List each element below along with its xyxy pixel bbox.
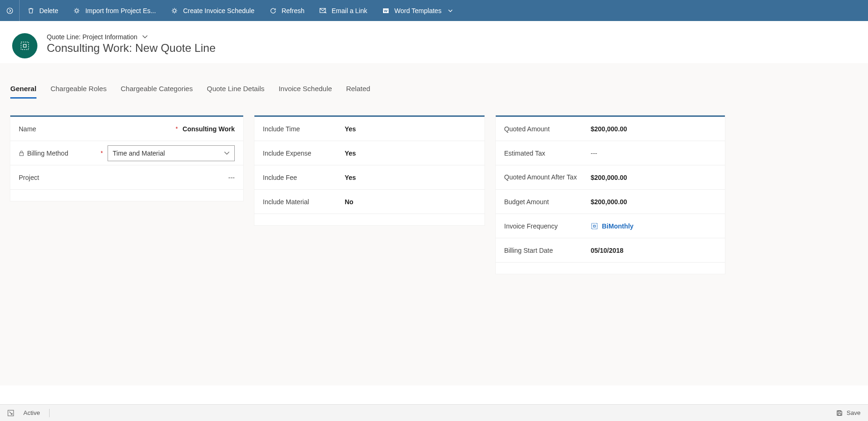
svg-rect-8 [20, 153, 23, 156]
estimated-tax-value[interactable]: --- [591, 150, 597, 157]
include-expense-value[interactable]: Yes [345, 150, 356, 157]
status-bar: Active Save [0, 404, 868, 421]
expand-icon[interactable] [7, 410, 14, 416]
import-button[interactable]: Import from Project Es... [65, 0, 163, 21]
email-link-button[interactable]: Email a Link [312, 0, 375, 21]
panel-amounts: Quoted Amount $200,000.00 Estimated Tax … [496, 115, 725, 274]
tab-quote-line-details[interactable]: Quote Line Details [207, 85, 264, 99]
save-icon [836, 410, 843, 416]
invoice-frequency-value[interactable]: BiMonthly [591, 222, 634, 230]
project-value[interactable]: --- [228, 174, 235, 181]
project-label: Project [19, 174, 101, 181]
divider [49, 409, 50, 417]
svg-rect-6 [21, 42, 29, 50]
global-flyout-button[interactable] [0, 0, 20, 21]
chevron-right-icon [7, 7, 13, 14]
svg-rect-12 [838, 411, 840, 412]
svg-point-2 [173, 9, 176, 12]
svg-point-0 [7, 8, 13, 14]
refresh-label: Refresh [282, 7, 304, 14]
email-link-label: Email a Link [332, 7, 367, 14]
word-templates-button[interactable]: W Word Templates [375, 0, 460, 21]
refresh-icon [269, 7, 277, 14]
include-material-label: Include Material [263, 198, 345, 206]
estimated-tax-label: Estimated Tax [504, 150, 591, 157]
entity-icon [12, 33, 37, 58]
quoted-amount-value[interactable]: $200,000.00 [591, 125, 627, 133]
include-fee-value[interactable]: Yes [345, 174, 356, 181]
delete-button[interactable]: Delete [20, 0, 65, 21]
svg-rect-13 [838, 414, 841, 415]
include-expense-label: Include Expense [263, 150, 345, 157]
gear-icon [171, 7, 178, 14]
import-label: Import from Project Es... [85, 7, 156, 14]
refresh-button[interactable]: Refresh [262, 0, 312, 21]
include-time-label: Include Time [263, 125, 345, 133]
create-schedule-button[interactable]: Create Invoice Schedule [163, 0, 262, 21]
quoted-amount-label: Quoted Amount [504, 125, 591, 133]
panel-includes: Include Time Yes Include Expense Yes Inc… [254, 115, 485, 225]
lock-icon [19, 150, 24, 156]
billing-start-label: Billing Start Date [504, 247, 591, 254]
svg-rect-9 [592, 223, 597, 229]
svg-rect-7 [23, 44, 26, 47]
form-selector[interactable]: Quote Line: Project Information [47, 33, 216, 41]
budget-amount-label: Budget Amount [504, 198, 591, 206]
trash-icon [27, 7, 35, 14]
include-time-value[interactable]: Yes [345, 125, 356, 133]
form-body: General Chargeable Roles Chargeable Cate… [0, 63, 868, 385]
chevron-down-icon [224, 151, 230, 155]
billing-method-label: Billing Method [19, 150, 101, 157]
panel-basic: Name * Consulting Work Billing Method * … [10, 115, 243, 201]
record-header: Quote Line: Project Information Consulti… [0, 21, 868, 63]
required-icon: * [101, 150, 103, 157]
after-tax-label: Quoted Amount After Tax [504, 173, 591, 181]
include-fee-label: Include Fee [263, 174, 345, 181]
tab-chargeable-categories[interactable]: Chargeable Categories [121, 85, 193, 99]
invoice-frequency-label: Invoice Frequency [504, 222, 591, 230]
email-icon [319, 7, 327, 14]
tabstrip: General Chargeable Roles Chargeable Cate… [10, 85, 858, 99]
required-icon: * [176, 126, 178, 132]
budget-amount-value[interactable]: $200,000.00 [591, 198, 627, 206]
svg-text:W: W [384, 9, 388, 13]
billing-method-value: Time and Material [113, 150, 165, 157]
tab-chargeable-roles[interactable]: Chargeable Roles [51, 85, 107, 99]
after-tax-value[interactable]: $200,000.00 [591, 174, 627, 181]
tab-invoice-schedule[interactable]: Invoice Schedule [279, 85, 332, 99]
tab-general[interactable]: General [10, 85, 36, 99]
billing-method-select[interactable]: Time and Material [108, 145, 235, 161]
lookup-icon [591, 222, 598, 230]
save-label: Save [846, 409, 861, 416]
status-text: Active [23, 409, 40, 416]
command-bar: Delete Import from Project Es... Create … [0, 0, 868, 21]
gear-icon [73, 7, 80, 14]
include-material-value[interactable]: No [345, 198, 354, 206]
name-label: Name [19, 125, 101, 133]
create-schedule-label: Create Invoice Schedule [183, 7, 254, 14]
delete-label: Delete [39, 7, 58, 14]
save-button[interactable]: Save [836, 409, 861, 416]
tab-related[interactable]: Related [346, 85, 370, 99]
billing-start-value[interactable]: 05/10/2018 [591, 247, 623, 254]
name-value[interactable]: Consulting Work [182, 125, 235, 133]
word-icon: W [382, 7, 390, 14]
breadcrumb-label: Quote Line: Project Information [47, 33, 137, 41]
word-templates-label: Word Templates [394, 7, 441, 14]
chevron-down-icon [448, 9, 453, 12]
svg-rect-10 [593, 225, 595, 227]
page-title: Consulting Work: New Quote Line [47, 42, 216, 55]
svg-point-1 [75, 9, 78, 12]
chevron-down-icon [142, 35, 148, 39]
